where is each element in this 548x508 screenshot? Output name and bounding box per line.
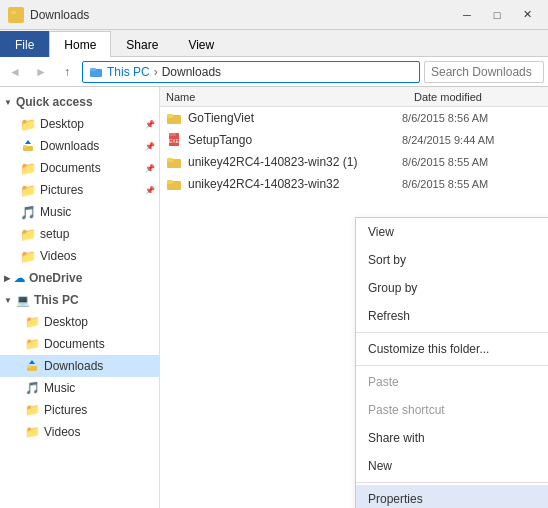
svg-rect-8 [27, 365, 31, 368]
back-button[interactable]: ◄ [4, 61, 26, 83]
up-button[interactable]: ↑ [56, 61, 78, 83]
ctx-refresh-label: Refresh [368, 309, 410, 323]
ctx-refresh[interactable]: Refresh [356, 302, 548, 330]
file-name-setupTango: SetupTango [188, 133, 396, 147]
pin-icon-documents: 📌 [145, 164, 155, 173]
sidebar-item-music-qa[interactable]: 🎵 Music [0, 201, 159, 223]
ctx-paste-label: Paste [368, 375, 399, 389]
sidebar-label-music-pc: Music [44, 381, 75, 395]
ctx-customize-label: Customize this folder... [368, 342, 489, 356]
file-date-setupTango: 8/24/2015 9:44 AM [402, 134, 542, 146]
search-input[interactable] [424, 61, 544, 83]
tab-view[interactable]: View [173, 31, 229, 57]
svg-rect-3 [90, 68, 96, 71]
ctx-new-label: New [368, 459, 392, 473]
ctx-paste-shortcut: Paste shortcut [356, 396, 548, 424]
ctx-properties[interactable]: Properties [356, 485, 548, 508]
sidebar-item-pictures-qa[interactable]: 📁 Pictures 📌 [0, 179, 159, 201]
ctx-paste-shortcut-label: Paste shortcut [368, 403, 445, 417]
content-area: Name Date modified GoTiengViet 8/6/2015 … [160, 87, 548, 508]
tab-home[interactable]: Home [49, 31, 111, 57]
file-setupTango-icon: EXE [166, 132, 182, 148]
sidebar-label-pictures-qa: Pictures [40, 183, 83, 197]
sidebar-item-videos-qa[interactable]: 📁 Videos [0, 245, 159, 267]
folder-videos-icon: 📁 [20, 248, 36, 264]
sidebar-item-videos-pc[interactable]: 📁 Videos [0, 421, 159, 443]
file-date-goTiengViet: 8/6/2015 8:56 AM [402, 112, 542, 124]
onedrive-label: OneDrive [29, 271, 82, 285]
quick-access-header[interactable]: ▼ Quick access [0, 91, 159, 113]
download-icon-qa [20, 138, 36, 154]
ctx-properties-label: Properties [368, 492, 423, 506]
music-icon-qa: 🎵 [20, 204, 36, 220]
ctx-paste: Paste [356, 368, 548, 396]
folder-docs-icon: 📁 [20, 160, 36, 176]
file-date-unikey1: 8/6/2015 8:55 AM [402, 156, 542, 168]
folder-goTiengViet-icon [166, 110, 182, 126]
ctx-sortby[interactable]: Sort by ▶ [356, 246, 548, 274]
svg-rect-13 [169, 133, 176, 136]
title-bar: Downloads ─ □ ✕ [0, 0, 548, 30]
folder-unikey1-icon [166, 154, 182, 170]
sidebar-label-downloads-pc: Downloads [44, 359, 103, 373]
ctx-groupby[interactable]: Group by ▶ [356, 274, 548, 302]
sidebar-label-documents-qa: Documents [40, 161, 101, 175]
this-pc-label: This PC [34, 293, 79, 307]
col-date[interactable]: Date modified [408, 91, 548, 103]
address-path[interactable]: This PC › Downloads [82, 61, 420, 83]
svg-rect-16 [167, 158, 173, 162]
path-downloads: Downloads [162, 65, 221, 79]
file-item-goTiengViet[interactable]: GoTiengViet 8/6/2015 8:56 AM [160, 107, 548, 129]
sidebar-item-desktop-qa[interactable]: 📁 Desktop 📌 [0, 113, 159, 135]
tab-share[interactable]: Share [111, 31, 173, 57]
ribbon: File Home Share View [0, 30, 548, 57]
close-button[interactable]: ✕ [514, 5, 540, 25]
ctx-share-with[interactable]: Share with ▶ [356, 424, 548, 452]
title-bar-icon [8, 7, 24, 23]
address-icon [89, 64, 103, 79]
main-area: ▼ Quick access 📁 Desktop 📌 Downloads 📌 📁… [0, 87, 548, 508]
ribbon-tabs: File Home Share View [0, 30, 548, 56]
onedrive-header[interactable]: ▶ ☁ OneDrive [0, 267, 159, 289]
pin-icon-pictures: 📌 [145, 186, 155, 195]
file-item-unikey2[interactable]: unikey42RC4-140823-win32 8/6/2015 8:55 A… [160, 173, 548, 195]
ctx-customize[interactable]: Customize this folder... [356, 335, 548, 363]
ctx-new[interactable]: New ▶ [356, 452, 548, 480]
ctx-sep-1 [356, 332, 548, 333]
file-item-unikey1[interactable]: unikey42RC4-140823-win32 (1) 8/6/2015 8:… [160, 151, 548, 173]
sidebar-item-documents-qa[interactable]: 📁 Documents 📌 [0, 157, 159, 179]
sidebar-label-documents-pc: Documents [44, 337, 105, 351]
maximize-button[interactable]: □ [484, 5, 510, 25]
svg-marker-6 [25, 140, 31, 144]
onedrive-icon: ☁ [14, 272, 25, 285]
file-name-goTiengViet: GoTiengViet [188, 111, 396, 125]
svg-text:EXE: EXE [169, 138, 180, 144]
folder-documents-pc-icon: 📁 [24, 336, 40, 352]
file-item-setupTango[interactable]: EXE SetupTango 8/24/2015 9:44 AM [160, 129, 548, 151]
col-name[interactable]: Name [160, 91, 408, 103]
sidebar-item-music-pc[interactable]: 🎵 Music [0, 377, 159, 399]
this-pc-header[interactable]: ▼ 💻 This PC [0, 289, 159, 311]
sidebar-label-music-qa: Music [40, 205, 71, 219]
folder-desktop-pc-icon: 📁 [24, 314, 40, 330]
quick-access-label: Quick access [16, 95, 93, 109]
ctx-view[interactable]: View ▶ [356, 218, 548, 246]
sidebar-item-pictures-pc[interactable]: 📁 Pictures [0, 399, 159, 421]
address-bar: ◄ ► ↑ This PC › Downloads [0, 57, 548, 87]
sidebar-item-downloads-qa[interactable]: Downloads 📌 [0, 135, 159, 157]
sidebar-item-setup-qa[interactable]: 📁 setup [0, 223, 159, 245]
minimize-button[interactable]: ─ [454, 5, 480, 25]
svg-rect-1 [11, 11, 16, 14]
sidebar-label-desktop-qa: Desktop [40, 117, 84, 131]
quick-access-arrow: ▼ [4, 98, 12, 107]
sidebar-item-downloads-pc[interactable]: Downloads [0, 355, 159, 377]
sidebar-item-documents-pc[interactable]: 📁 Documents [0, 333, 159, 355]
sidebar-label-setup-qa: setup [40, 227, 69, 241]
path-separator-1: › [154, 65, 158, 79]
sidebar-item-desktop-pc[interactable]: 📁 Desktop [0, 311, 159, 333]
ctx-share-with-label: Share with [368, 431, 425, 445]
ctx-sep-2 [356, 365, 548, 366]
forward-button[interactable]: ► [30, 61, 52, 83]
folder-videos-pc-icon: 📁 [24, 424, 40, 440]
tab-file[interactable]: File [0, 31, 49, 57]
